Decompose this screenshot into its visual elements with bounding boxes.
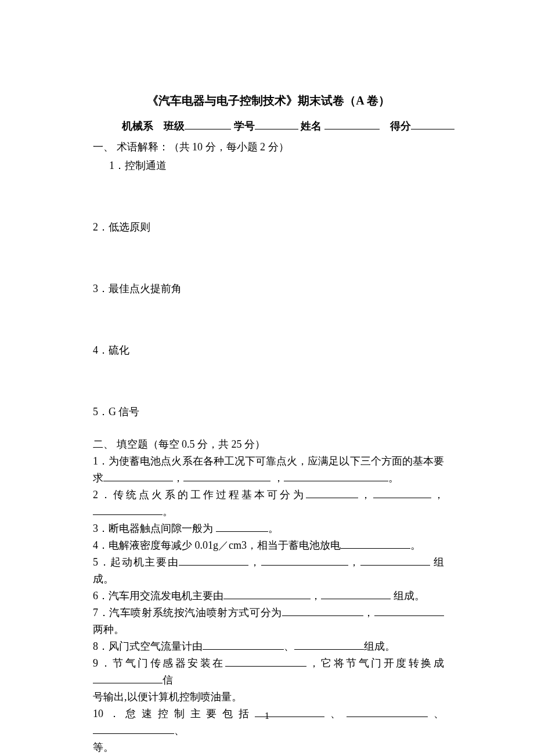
term-3: 3．最佳点火提前角 bbox=[93, 282, 444, 296]
blank bbox=[374, 606, 444, 616]
blank bbox=[282, 606, 363, 616]
exam-title: 《汽车电器与电子控制技术》期末试卷（A 卷） bbox=[93, 93, 444, 109]
section1-header: 一、 术语解释：（共 10 分，每小题 2 分） bbox=[93, 140, 444, 154]
q9-text-b: ，它将节气门开度转换成 bbox=[306, 657, 444, 669]
q8-text-a: 8．风门式空气流量计由 bbox=[93, 640, 203, 652]
term-2: 2．低选原则 bbox=[93, 220, 444, 234]
q9-line2: 号输出,以便计算机控制喷油量。 bbox=[93, 689, 444, 705]
class-blank bbox=[185, 119, 231, 129]
q3-text: 3．断电器触点间隙一般为 bbox=[93, 523, 216, 534]
blank bbox=[93, 673, 163, 683]
blank bbox=[223, 589, 311, 599]
name-blank bbox=[324, 119, 380, 129]
q7-text-a: 7．汽车喷射系统按汽油喷射方式可分为 bbox=[93, 607, 282, 618]
q1-text-b: 求 bbox=[93, 472, 103, 484]
q9-line1: 9．节气门传感器安装在，它将节气门开度转换成信 bbox=[93, 655, 444, 689]
q5-text-a: 5．起动机主要由 bbox=[93, 556, 179, 568]
q1-line1: 1．为使蓄电池点火系在各种工况下可靠点火，应满足以下三个方面的基本要 bbox=[93, 453, 444, 470]
blank bbox=[261, 555, 348, 566]
q4-text: 4．电解液密度每减少 0.01g／cm3，相当于蓄电池放电 bbox=[93, 539, 341, 551]
blank bbox=[183, 471, 270, 481]
blank bbox=[203, 639, 284, 650]
q2-text: 2．传统点火系的工作过程基本可分为 bbox=[93, 489, 306, 501]
section2-header: 二、 填空题（每空 0.5 分，共 25 分） bbox=[93, 436, 444, 453]
blank bbox=[93, 505, 163, 515]
term-1: 1．控制通道 bbox=[93, 159, 444, 172]
q3: 3．断电器触点间隙一般为 。 bbox=[93, 520, 444, 537]
blank bbox=[225, 656, 306, 667]
id-blank bbox=[255, 119, 298, 129]
blank bbox=[179, 555, 248, 566]
blank bbox=[284, 471, 388, 481]
page-number: 1 bbox=[0, 711, 534, 721]
q7-text-b: 两种。 bbox=[93, 624, 124, 635]
q9-text-c: 信 bbox=[163, 674, 173, 686]
blank bbox=[93, 723, 174, 734]
q4: 4．电解液密度每减少 0.01g／cm3，相当于蓄电池放电。 bbox=[93, 537, 444, 554]
q5: 5．起动机主要由，， 组成。 bbox=[93, 554, 444, 588]
q2: 2．传统点火系的工作过程基本可分为，，。 bbox=[93, 487, 444, 520]
blank bbox=[373, 488, 431, 498]
q6-text-a: 6．汽车用交流发电机主要由 bbox=[93, 590, 223, 602]
q10-line2: 等。 bbox=[93, 739, 444, 756]
exam-info-line: 机械系 班级 学号 姓名 得分 bbox=[122, 119, 444, 133]
q1-text-a: 1．为使蓄电池点火系在各种工况下可靠点火，应满足以下三个方面的基本要 bbox=[93, 455, 444, 467]
term-5: 5．G 信号 bbox=[93, 405, 444, 419]
blank bbox=[306, 488, 358, 498]
blank bbox=[103, 471, 173, 481]
dept-label: 机械系 bbox=[122, 120, 153, 132]
q6-text-b: 组成。 bbox=[391, 590, 425, 602]
q7: 7．汽车喷射系统按汽油喷射方式可分为， 两种。 bbox=[93, 604, 444, 638]
class-label: 班级 bbox=[164, 120, 185, 132]
q1-line2: 求， ，。 bbox=[93, 470, 444, 487]
blank bbox=[360, 555, 430, 566]
blank bbox=[341, 538, 410, 549]
score-label: 得分 bbox=[390, 120, 411, 132]
id-label: 学号 bbox=[234, 120, 255, 132]
blank bbox=[294, 639, 364, 650]
q8-text-b: 组成。 bbox=[364, 640, 395, 652]
score-blank bbox=[411, 119, 454, 129]
blank bbox=[216, 521, 268, 532]
name-label: 姓名 bbox=[301, 120, 322, 132]
q9-text-a: 9．节气门传感器安装在 bbox=[93, 657, 225, 669]
term-4: 4．硫化 bbox=[93, 343, 444, 357]
blank bbox=[321, 589, 391, 599]
q6: 6．汽车用交流发电机主要由， 组成。 bbox=[93, 588, 444, 604]
q8: 8．风门式空气流量计由、组成。 bbox=[93, 638, 444, 655]
